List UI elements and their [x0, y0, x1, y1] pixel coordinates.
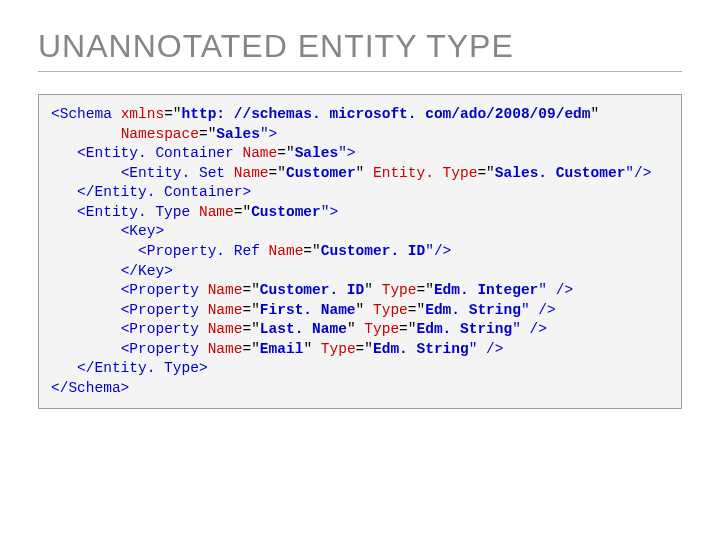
slide-title: UNANNOTATED ENTITY TYPE: [38, 28, 682, 72]
code-line: <Entity. Set Name="Customer" Entity. Typ…: [51, 164, 669, 184]
code-line: </Entity. Container>: [51, 183, 669, 203]
code-line: <Property Name="Email" Type="Edm. String…: [51, 340, 669, 360]
code-line: <Property Name="Last. Name" Type="Edm. S…: [51, 320, 669, 340]
code-line: Namespace="Sales">: [51, 125, 669, 145]
code-block: <Schema xmlns="http: //schemas. microsof…: [38, 94, 682, 409]
code-line: </Key>: [51, 262, 669, 282]
code-line: <Property Name="Customer. ID" Type="Edm.…: [51, 281, 669, 301]
slide: UNANNOTATED ENTITY TYPE <Schema xmlns="h…: [0, 0, 720, 409]
code-line: <Property. Ref Name="Customer. ID"/>: [51, 242, 669, 262]
code-line: </Entity. Type>: [51, 359, 669, 379]
code-line: <Key>: [51, 222, 669, 242]
code-line: <Entity. Container Name="Sales">: [51, 144, 669, 164]
code-line: <Schema xmlns="http: //schemas. microsof…: [51, 105, 669, 125]
code-line: <Property Name="First. Name" Type="Edm. …: [51, 301, 669, 321]
code-line: <Entity. Type Name="Customer">: [51, 203, 669, 223]
code-line: </Schema>: [51, 379, 669, 399]
